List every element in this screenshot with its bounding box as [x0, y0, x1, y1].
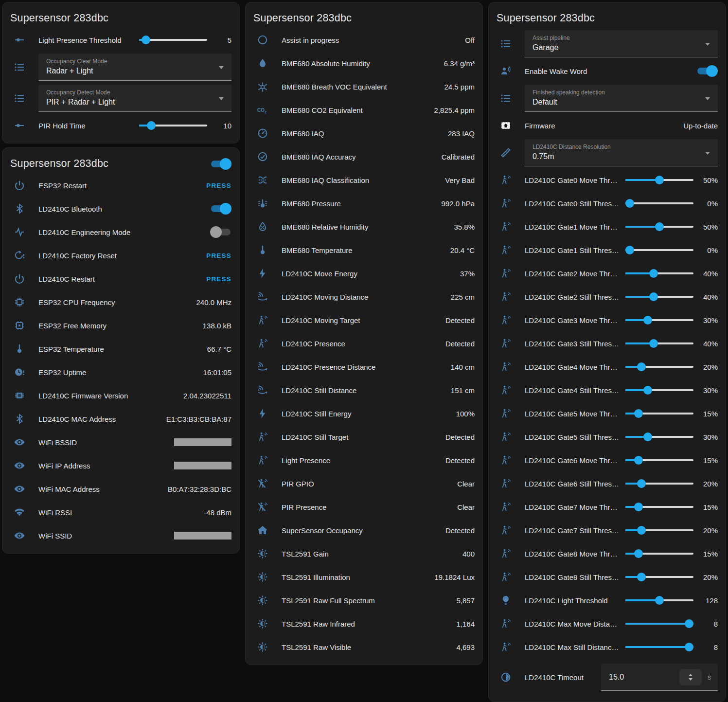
- row-bme680-temperature[interactable]: BME680 Temperature20.4 °C: [253, 238, 475, 262]
- row-pir-presence[interactable]: PIR PresenceClear: [253, 495, 475, 519]
- ld2410c-gate7-move-thr-slider[interactable]: [625, 501, 693, 513]
- slider-handle[interactable]: [634, 549, 643, 558]
- slider-handle[interactable]: [142, 36, 150, 44]
- slider-handle[interactable]: [655, 222, 664, 231]
- row-ld2410c-presence-distance[interactable]: LD2410C Presence Distance140 cm: [253, 355, 475, 378]
- value-stepper[interactable]: [679, 669, 702, 685]
- occupancy-clear-mode-select[interactable]: Occupancy Clear ModeRadar + Light: [38, 54, 231, 81]
- ld2410c-timeout-input[interactable]: 15.0s: [601, 664, 718, 691]
- slider-handle[interactable]: [637, 362, 646, 371]
- slider-handle[interactable]: [649, 292, 658, 301]
- row-esp32-uptime[interactable]: ESP32 Uptime16:01:05: [10, 360, 231, 384]
- slider-handle[interactable]: [643, 316, 652, 324]
- row-tsl2591-raw-full-spectrum[interactable]: TSL2591 Raw Full Spectrum5,857: [253, 589, 475, 612]
- card-header-toggle[interactable]: [210, 158, 231, 170]
- row-bme680-iaq-accuracy[interactable]: BME680 IAQ AccuracyCalibrated: [253, 145, 475, 168]
- row-bme680-relative-humidity[interactable]: BME680 Relative Humidity35.8%: [253, 215, 475, 238]
- occupancy-detect-mode-select[interactable]: Occupancy Detect ModePIR + Radar + Light: [38, 85, 231, 112]
- ld2410c-light-threshold-slider[interactable]: [625, 594, 693, 606]
- slider-handle[interactable]: [643, 432, 652, 441]
- pir-hold-time-slider[interactable]: [139, 120, 207, 131]
- slider-handle[interactable]: [655, 596, 664, 605]
- ld2410c-gate4-move-thr-slider[interactable]: [625, 361, 693, 373]
- row-ld2410c-move-energy[interactable]: LD2410C Move Energy37%: [253, 262, 475, 285]
- esp32-restart-button[interactable]: PRESS: [206, 182, 231, 189]
- ld2410c-gate2-move-thr-slider[interactable]: [625, 268, 693, 279]
- ld2410c-engineering-mode-toggle[interactable]: [210, 226, 231, 238]
- row-supersensor-occupancy[interactable]: SuperSensor OccupancyDetected: [253, 519, 475, 542]
- slider-handle[interactable]: [625, 199, 634, 208]
- row-ld2410c-still-energy[interactable]: LD2410C Still Energy100%: [253, 402, 475, 425]
- row-bme680-iaq[interactable]: BME680 IAQ283 IAQ: [253, 122, 475, 145]
- slider-track[interactable]: [625, 202, 693, 204]
- row-ld2410c-moving-target[interactable]: LD2410C Moving TargetDetected: [253, 308, 475, 332]
- ld2410c-gate0-still-thres-slider[interactable]: [625, 198, 693, 209]
- row-wifi-ip-address[interactable]: WiFi IP Address: [10, 454, 231, 477]
- ld2410c-gate7-still-thres-slider[interactable]: [625, 524, 693, 536]
- chevron-down-icon[interactable]: [689, 678, 692, 681]
- row-ld2410c-still-distance[interactable]: LD2410C Still Distance151 cm: [253, 378, 475, 402]
- ld2410c-max-move-dista-slider[interactable]: [625, 618, 693, 630]
- toggle-thumb[interactable]: [220, 158, 231, 170]
- slider-handle[interactable]: [643, 386, 652, 395]
- slider-handle[interactable]: [649, 339, 658, 348]
- ld2410c-gate5-still-thres-slider[interactable]: [625, 431, 693, 443]
- row-wifi-rssi[interactable]: WiFi RSSI-48 dBm: [10, 501, 231, 524]
- ld2410c-restart-button[interactable]: PRESS: [206, 275, 231, 283]
- ld2410c-factory-reset-button[interactable]: PRESS: [206, 252, 231, 259]
- ld2410c-gate1-move-thr-slider[interactable]: [625, 221, 693, 233]
- row-bme680-co2-equivalent[interactable]: BME680 CO2 Equivalent2,825.4 ppm: [253, 98, 475, 122]
- slider-handle[interactable]: [655, 176, 664, 184]
- slider-handle[interactable]: [685, 643, 693, 651]
- light-presence-threshold-slider[interactable]: [139, 34, 207, 46]
- toggle-thumb[interactable]: [210, 226, 222, 238]
- slider-handle[interactable]: [625, 246, 634, 254]
- slider-handle[interactable]: [634, 409, 643, 418]
- ld2410c-gate1-still-thres-slider[interactable]: [625, 244, 693, 256]
- row-bme680-pressure[interactable]: BME680 Pressure992.0 hPa: [253, 192, 475, 215]
- row-tsl2591-raw-visible[interactable]: TSL2591 Raw Visible4,693: [253, 635, 475, 659]
- row-wifi-bssid[interactable]: WiFi BSSID: [10, 431, 231, 454]
- ld2410c-gate8-still-thres-slider[interactable]: [625, 571, 693, 583]
- ld2410c-gate0-move-thr-slider[interactable]: [625, 174, 693, 186]
- row-ld2410c-firmware-version[interactable]: LD2410C Firmware Version2.04.23022511: [10, 384, 231, 407]
- row-esp32-temperature[interactable]: ESP32 Temperature66.7 °C: [10, 337, 231, 360]
- assist-pipeline-select[interactable]: Assist pipelineGarage: [525, 30, 718, 57]
- ld2410c-gate3-still-thres-slider[interactable]: [625, 338, 693, 349]
- row-ld2410c-still-target[interactable]: LD2410C Still TargetDetected: [253, 425, 475, 449]
- slider-handle[interactable]: [634, 456, 643, 465]
- slider-handle[interactable]: [634, 503, 643, 511]
- row-bme680-absolute-humidity[interactable]: BME680 Absolute Humidity6.34 g/m³: [253, 52, 475, 75]
- row-esp32-cpu-frequency[interactable]: ESP32 CPU Frequency240.0 MHz: [10, 290, 231, 314]
- slider-handle[interactable]: [147, 121, 156, 130]
- row-ld2410c-mac-address[interactable]: LD2410C MAC AddressE1:C3:B3:CB:BA:87: [10, 407, 231, 431]
- row-ld2410c-moving-distance[interactable]: LD2410C Moving Distance225 cm: [253, 285, 475, 308]
- ld2410c-gate6-still-thres-slider[interactable]: [625, 478, 693, 489]
- slider-handle[interactable]: [685, 619, 693, 628]
- ld2410c-distance-resolution-select[interactable]: LD2410C Distance Resolution0.75m: [525, 139, 718, 166]
- ld2410c-gate5-move-thr-slider[interactable]: [625, 408, 693, 419]
- row-pir-gpio[interactable]: PIR GPIOClear: [253, 472, 475, 495]
- row-wifi-mac-address[interactable]: WiFi MAC AddressB0:A7:32:28:3D:BC: [10, 477, 231, 501]
- toggle-thumb[interactable]: [220, 203, 231, 215]
- row-assist-in-progress[interactable]: Assist in progressOff: [253, 28, 475, 52]
- ld2410c-gate6-move-thr-slider[interactable]: [625, 454, 693, 466]
- row-esp32-free-memory[interactable]: ESP32 Free Memory138.0 kB: [10, 314, 231, 337]
- slider-handle[interactable]: [637, 526, 646, 535]
- row-tsl2591-gain[interactable]: TSL2591 Gain400: [253, 542, 475, 565]
- ld2410c-gate8-move-thr-slider[interactable]: [625, 548, 693, 559]
- row-tsl2591-illumination[interactable]: TSL2591 Illumination19.1824 Lux: [253, 565, 475, 589]
- row-firmware[interactable]: FirmwareUp-to-date: [497, 114, 718, 137]
- ld2410c-max-still-distanc-slider[interactable]: [625, 641, 693, 653]
- finished-speaking-detection-select[interactable]: Finished speaking detectionDefault: [525, 85, 718, 112]
- slider-handle[interactable]: [637, 479, 646, 488]
- ld2410c-gate4-still-thres-slider[interactable]: [625, 384, 693, 396]
- ld2410c-gate2-still-thres-slider[interactable]: [625, 291, 693, 303]
- toggle-thumb[interactable]: [706, 65, 718, 77]
- row-bme680-iaq-classification[interactable]: BME680 IAQ ClassificationVery Bad: [253, 168, 475, 192]
- row-light-presence[interactable]: Light PresenceDetected: [253, 449, 475, 472]
- row-bme680-breath-voc-equivalent[interactable]: BME680 Breath VOC Equivalent24.5 ppm: [253, 75, 475, 98]
- enable-wake-word-toggle[interactable]: [696, 65, 718, 77]
- ld2410c-bluetooth-toggle[interactable]: [210, 203, 231, 215]
- row-wifi-ssid[interactable]: WiFi SSID: [10, 524, 231, 547]
